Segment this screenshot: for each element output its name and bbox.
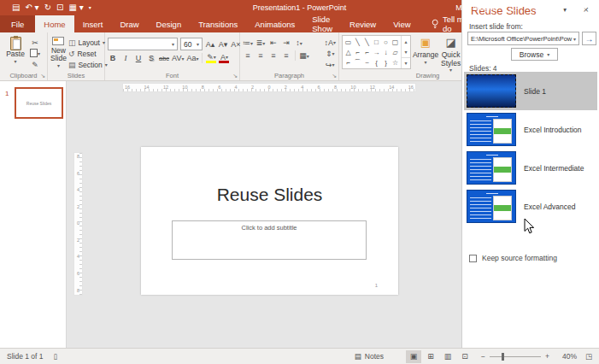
zoom-out-button[interactable]: − xyxy=(481,352,485,361)
cut-button[interactable]: ✂ xyxy=(30,38,40,47)
customize-qat-icon[interactable]: ▾ xyxy=(89,0,91,15)
tab-insert[interactable]: Insert xyxy=(74,15,112,32)
undo-icon[interactable]: ↶ ▾ xyxy=(25,0,38,15)
justify-button[interactable]: ≡ xyxy=(281,50,291,61)
tab-animations[interactable]: Animations xyxy=(246,15,303,32)
align-left-button[interactable]: ≡ xyxy=(243,50,253,61)
tab-file[interactable]: File xyxy=(0,15,35,32)
normal-view-button[interactable]: ▣ xyxy=(406,350,421,363)
copy-button[interactable]: ▾ xyxy=(30,49,40,58)
redo-icon[interactable]: ↻ xyxy=(44,0,51,15)
subtitle-placeholder[interactable]: Click to add subtitle xyxy=(172,220,367,260)
accessibility-icon[interactable]: ▯ xyxy=(54,352,58,361)
reusable-slide-slide-1[interactable]: Slide 1 xyxy=(464,72,597,110)
shape-0-2[interactable]: ╲ xyxy=(362,37,372,47)
tab-slide-show[interactable]: Slide Show xyxy=(303,15,341,32)
shrink-font-button[interactable]: A▾ xyxy=(218,39,228,50)
zoom-in-button[interactable]: + xyxy=(545,352,549,361)
go-button[interactable]: → xyxy=(582,32,596,45)
shape-2-5[interactable]: ☆ xyxy=(391,57,400,68)
shape-0-4[interactable]: ○ xyxy=(381,37,391,47)
tab-view[interactable]: View xyxy=(385,15,419,32)
italic-button[interactable]: I xyxy=(120,53,131,63)
character-spacing-button[interactable]: AV▾ xyxy=(172,53,184,63)
bullets-button[interactable]: ≔▾ xyxy=(243,38,253,48)
save-icon[interactable]: ▤ xyxy=(12,0,20,15)
font-size-combobox[interactable]: 60 ▾ xyxy=(180,38,203,50)
slide-layout-icon[interactable]: ▦ ▾ xyxy=(68,0,83,15)
strikethrough-button[interactable]: abc xyxy=(159,53,169,63)
shape-2-3[interactable]: { xyxy=(372,57,381,68)
clipboard-dialog-launcher-icon[interactable]: ↘ xyxy=(40,73,45,79)
text-direction-button[interactable]: ↕A▾ xyxy=(324,38,336,47)
browse-button[interactable]: Browse ▾ xyxy=(511,48,558,61)
shape-1-2[interactable]: ⌐ xyxy=(362,47,372,57)
paste-button[interactable]: Paste ▾ xyxy=(3,35,28,69)
arrange-button[interactable]: ▣ Arrange ▾ xyxy=(413,35,438,69)
fit-slide-icon[interactable]: ◳ xyxy=(585,352,592,361)
reading-view-button[interactable]: ▥ xyxy=(440,350,455,363)
quick-styles-button[interactable]: ◪ Quick Styles ▾ xyxy=(440,35,461,69)
section-button[interactable]: ▤Section▾ xyxy=(68,60,108,69)
tab-design[interactable]: Design xyxy=(148,15,191,32)
slide1-thumbnail[interactable]: Reuse Slides xyxy=(15,87,63,119)
slide-canvas[interactable]: Reuse Slides Click to add subtitle 1 xyxy=(141,147,398,295)
gallery-more-icon[interactable]: ▾ xyxy=(402,57,410,68)
font-family-combobox[interactable]: ▾ xyxy=(108,38,178,50)
shape-1-0[interactable]: △ xyxy=(344,47,353,57)
numbering-button[interactable]: ≣▾ xyxy=(255,38,266,48)
start-from-beginning-icon[interactable]: ⊡ xyxy=(56,0,63,15)
shape-2-2[interactable]: ~ xyxy=(362,57,372,68)
font-color-button[interactable]: A▾ xyxy=(219,54,229,63)
restore-button[interactable]: ▢ xyxy=(555,3,567,12)
scroll-up-icon[interactable]: ▴ xyxy=(402,36,410,46)
shape-1-4[interactable]: ↓ xyxy=(381,47,391,57)
new-slide-button[interactable]: New Slide ▾ xyxy=(50,35,67,69)
highlight-color-button[interactable]: ✎▾ xyxy=(206,54,216,63)
shape-1-3[interactable]: → xyxy=(372,47,381,57)
underline-button[interactable]: U xyxy=(133,53,144,63)
paragraph-dialog-launcher-icon[interactable]: ↘ xyxy=(332,73,337,79)
slide-title-text[interactable]: Reuse Slides xyxy=(141,185,398,205)
keep-source-formatting[interactable]: Keep source formatting xyxy=(469,254,557,262)
font-dialog-launcher-icon[interactable]: ↘ xyxy=(232,73,238,79)
user-name[interactable]: Matt Wright xyxy=(455,3,495,12)
zoom-slider-thumb[interactable] xyxy=(502,353,504,361)
bold-button[interactable]: B xyxy=(108,53,118,63)
tab-review[interactable]: Review xyxy=(341,15,385,32)
decrease-indent-button[interactable]: ⇤ xyxy=(268,38,279,48)
reset-button[interactable]: ↺Reset xyxy=(68,49,108,58)
columns-button[interactable]: ▦▾ xyxy=(299,50,309,61)
grow-font-button[interactable]: A▴ xyxy=(205,39,215,50)
format-painter-button[interactable]: ✎ xyxy=(30,60,40,69)
shape-1-1[interactable]: ⌐ xyxy=(353,47,362,57)
align-right-button[interactable]: ≡ xyxy=(268,50,279,61)
minimize-button[interactable]: — xyxy=(531,3,543,12)
zoom-slider[interactable] xyxy=(490,356,541,357)
slide-sorter-view-button[interactable]: ⊞ xyxy=(423,350,438,363)
tab-transitions[interactable]: Transitions xyxy=(190,15,246,32)
reusable-slide-excel-intermediate[interactable]: Excel Intermediate xyxy=(464,149,597,187)
shape-1-5[interactable]: ▱ xyxy=(391,47,400,57)
text-shadow-button[interactable]: S xyxy=(146,53,156,63)
convert-to-smartart-button[interactable]: ↪▾ xyxy=(324,60,336,69)
shape-0-5[interactable]: ▢ xyxy=(391,37,400,47)
checkbox-unchecked[interactable] xyxy=(469,255,477,262)
shape-2-0[interactable]: ⌐ xyxy=(344,57,353,68)
increase-indent-button[interactable]: ⇥ xyxy=(281,38,291,48)
shape-0-3[interactable]: □ xyxy=(372,37,381,47)
ribbon-display-options-icon[interactable]: ◫ xyxy=(507,3,519,12)
shape-0-1[interactable]: ╲ xyxy=(353,37,362,47)
align-text-button[interactable]: ⇕▾ xyxy=(324,49,336,58)
align-center-button[interactable]: ≡ xyxy=(255,50,266,61)
line-spacing-button[interactable]: ↕▾ xyxy=(294,38,304,48)
shape-2-4[interactable]: } xyxy=(381,57,391,68)
scroll-down-icon[interactable]: ▾ xyxy=(402,46,410,56)
tab-home[interactable]: Home xyxy=(35,15,73,32)
close-button[interactable]: × xyxy=(578,3,590,12)
slideshow-view-button[interactable]: ⊡ xyxy=(457,350,473,363)
shape-0-0[interactable]: ▭ xyxy=(344,37,353,47)
insert-from-combobox[interactable]: E:\Microsoft Office\PowerPoint\Pow ▾ xyxy=(467,32,579,45)
change-case-button[interactable]: Aa▾ xyxy=(186,53,198,63)
notes-button[interactable]: ▤ Notes xyxy=(355,352,384,361)
